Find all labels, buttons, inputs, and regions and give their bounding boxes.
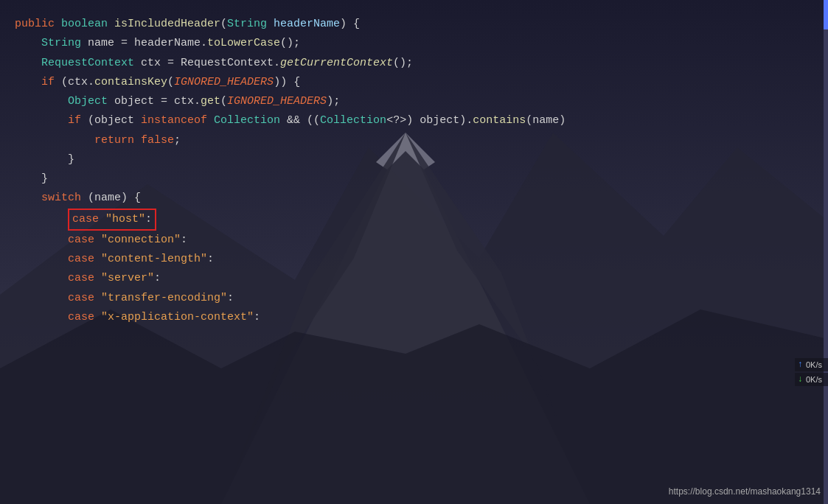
code-line-15: case "transfer-encoding":: [15, 289, 828, 308]
indent2: [15, 34, 41, 53]
scrollbar-thumb[interactable]: [824, 0, 828, 29]
upload-arrow-icon: ↑: [798, 360, 803, 370]
code-line-11-highlighted: case "host":: [15, 209, 828, 231]
code-line-7: return false;: [15, 131, 828, 150]
code-line-1: public boolean isIncludedHeader(String h…: [15, 15, 828, 34]
code-line-2: String name = headerName.toLowerCase();: [15, 34, 828, 53]
watermark-text: https://blog.csdn.net/mashaokang1314: [669, 486, 821, 497]
type-string: String: [227, 15, 274, 34]
code-editor: public boolean isIncludedHeader(String h…: [0, 0, 828, 504]
download-row: ↓ 0K/s: [795, 373, 828, 386]
code-line-4: if (ctx.containsKey(IGNORED_HEADERS)) {: [15, 73, 828, 92]
code-line-5: Object object = ctx.get(IGNORED_HEADERS)…: [15, 92, 828, 111]
code-line-10: switch (name) {: [15, 189, 828, 208]
code-line-14: case "server":: [15, 269, 828, 288]
highlight-box: case "host":: [68, 209, 156, 231]
code-line-3: RequestContext ctx = RequestContext.getC…: [15, 54, 828, 73]
keyword-public: public: [15, 15, 61, 34]
code-line-8: }: [15, 150, 828, 169]
type-boolean: boolean: [61, 15, 114, 34]
code-line-16: case "x-application-context":: [15, 308, 828, 327]
scrollbar-track[interactable]: [824, 0, 828, 504]
paren-close: ) {: [340, 15, 360, 34]
method-name: isIncludedHeader: [114, 15, 220, 34]
upload-row: ↑ 0K/s: [795, 358, 828, 371]
download-arrow-icon: ↓: [798, 374, 803, 385]
paren: (: [220, 15, 227, 34]
download-speed: 0K/s: [806, 375, 822, 384]
code-line-13: case "content-length":: [15, 250, 828, 269]
watermark: https://blog.csdn.net/mashaokang1314: [669, 486, 821, 497]
network-widget: ↑ 0K/s ↓ 0K/s: [795, 358, 828, 386]
code-line-12: case "connection":: [15, 231, 828, 250]
code-line-6: if (object instanceof Collection && ((Co…: [15, 111, 828, 130]
upload-speed: 0K/s: [806, 360, 822, 369]
code-line-9: }: [15, 169, 828, 189]
param: headerName: [274, 15, 340, 34]
